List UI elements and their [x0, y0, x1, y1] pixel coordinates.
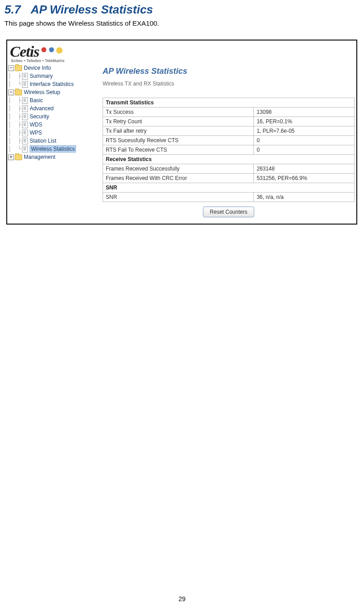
- collapse-icon[interactable]: −: [8, 65, 14, 71]
- page-icon: [22, 146, 28, 153]
- tree-connector: │ ├: [8, 138, 22, 144]
- tree-label: Station List: [30, 138, 56, 144]
- tree-item-basic[interactable]: │ ├ Basic: [8, 96, 97, 104]
- stat-label: Frames Received Successfully: [103, 164, 254, 174]
- logo-dot-red: [41, 47, 46, 52]
- snr-header: SNR: [103, 183, 355, 193]
- tree-item-interface-statistics[interactable]: │ └ Interface Statistics: [8, 80, 97, 88]
- logo-word: Cetis: [10, 43, 39, 60]
- stat-value: 531256, PER=66.9%: [254, 174, 355, 183]
- logo-tagline: Scitec • Teledex • TeleMatrix: [11, 58, 354, 63]
- tree-item-advanced[interactable]: │ ├ Advanced: [8, 104, 97, 112]
- stat-label: Tx Retry Count: [103, 117, 254, 126]
- section-heading: 5.7AP Wireless Statistics: [4, 3, 360, 17]
- tree-connector: │ ├: [8, 73, 22, 79]
- tree-label: Wireless Setup: [24, 89, 60, 95]
- transmit-header: Transmit Statistics: [103, 98, 355, 108]
- intro-text: This page shows the Wireless Statistics …: [4, 19, 360, 27]
- tree-connector: │ ├: [8, 97, 22, 103]
- stat-value: 0: [254, 136, 355, 145]
- table-row: Tx Fail after retry 1, PLR=7.6e-05: [103, 126, 355, 136]
- collapse-icon[interactable]: −: [8, 90, 14, 95]
- content-subtitle: Wireless TX and RX Statistics: [103, 81, 355, 87]
- tree-label: Management: [24, 154, 55, 160]
- tree-connector: │ ├: [8, 121, 22, 128]
- stat-label: Frames Received With CRC Error: [103, 174, 254, 183]
- tree-connector: │ ├: [8, 105, 22, 112]
- stat-label: RTS Fail To Receive CTS: [103, 145, 254, 155]
- tree-connector: │ ├: [8, 130, 22, 136]
- page-icon: [22, 113, 28, 120]
- logo-dot-blue: [49, 47, 54, 52]
- stat-label: RTS Sucessfully Receive CTS: [103, 136, 254, 145]
- tree-item-station-list[interactable]: │ ├ Station List: [8, 137, 97, 145]
- table-row: Frames Received Successfully 263148: [103, 164, 355, 174]
- section-number: 5.7: [4, 3, 21, 16]
- table-row: RTS Sucessfully Receive CTS 0: [103, 136, 355, 145]
- screenshot-frame: Cetis Scitec • Teledex • TeleMatrix − De…: [6, 40, 357, 225]
- content-title: AP Wireless Statistics: [103, 67, 355, 76]
- stat-value: 0: [254, 145, 355, 155]
- logo-dot-yellow: [56, 47, 63, 54]
- tree-item-summary[interactable]: │ ├ Summary: [8, 72, 97, 80]
- folder-icon: [15, 154, 22, 160]
- tree-item-device-info[interactable]: − Device Info: [8, 64, 97, 72]
- folder-icon: [15, 65, 22, 71]
- tree-connector: │ ├: [8, 113, 22, 120]
- page-icon: [22, 130, 28, 136]
- tree-item-security[interactable]: │ ├ Security: [8, 112, 97, 121]
- page-icon: [22, 73, 28, 80]
- tree-item-wireless-statistics[interactable]: │ └ Wireless Statistics: [8, 145, 97, 153]
- page-number: 29: [0, 595, 364, 603]
- stats-table: Transmit Statistics Tx Success 13098 Tx …: [103, 98, 355, 202]
- expand-icon[interactable]: +: [8, 154, 14, 160]
- content-area: AP Wireless Statistics Wireless TX and R…: [98, 63, 356, 224]
- tree-connector: │ └: [8, 81, 22, 87]
- section-title-text: AP Wireless Statistics: [31, 3, 153, 16]
- page-icon: [22, 97, 28, 104]
- tree-item-management[interactable]: + Management: [8, 153, 97, 161]
- tree-label: WPS: [30, 130, 42, 136]
- tree-label: WDS: [30, 121, 42, 128]
- table-row: Tx Retry Count 16, PER=0.1%: [103, 117, 355, 126]
- page-icon: [22, 81, 28, 88]
- receive-header: Receive Statistics: [103, 155, 355, 164]
- table-row: Tx Success 13098: [103, 108, 355, 117]
- tree-label: Advanced: [30, 105, 54, 112]
- stat-value: 36, n/a, n/a: [254, 193, 355, 202]
- stat-label: Tx Success: [103, 108, 254, 117]
- logo-area: Cetis Scitec • Teledex • TeleMatrix: [7, 40, 356, 63]
- tree-label: Interface Statistics: [30, 81, 74, 87]
- tree-label: Basic: [30, 97, 43, 103]
- stat-value: 263148: [254, 164, 355, 174]
- page-icon: [22, 138, 28, 144]
- tree-item-wps[interactable]: │ ├ WPS: [8, 129, 97, 137]
- tree-label: Summary: [30, 73, 53, 79]
- tree-item-wireless-setup[interactable]: − Wireless Setup: [8, 88, 97, 96]
- tree-label: Security: [30, 113, 49, 120]
- page-icon: [22, 105, 28, 112]
- nav-tree: − Device Info │ ├ Summary │ └ Interface …: [7, 63, 98, 224]
- stat-value: 13098: [254, 108, 355, 117]
- tree-label: Device Info: [24, 65, 51, 71]
- stat-value: 1, PLR=7.6e-05: [254, 126, 355, 136]
- table-row: Frames Received With CRC Error 531256, P…: [103, 174, 355, 183]
- reset-counters-button[interactable]: Reset Counters: [203, 207, 254, 217]
- tree-item-wds[interactable]: │ ├ WDS: [8, 121, 97, 129]
- stat-label: Tx Fail after retry: [103, 126, 254, 136]
- tree-label-selected: Wireless Statistics: [30, 145, 76, 153]
- table-row: SNR 36, n/a, n/a: [103, 193, 355, 202]
- table-row: RTS Fail To Receive CTS 0: [103, 145, 355, 155]
- tree-connector: │ └: [8, 146, 22, 152]
- page-icon: [22, 121, 28, 128]
- folder-icon: [15, 90, 22, 95]
- stat-label: SNR: [103, 193, 254, 202]
- stat-value: 16, PER=0.1%: [254, 117, 355, 126]
